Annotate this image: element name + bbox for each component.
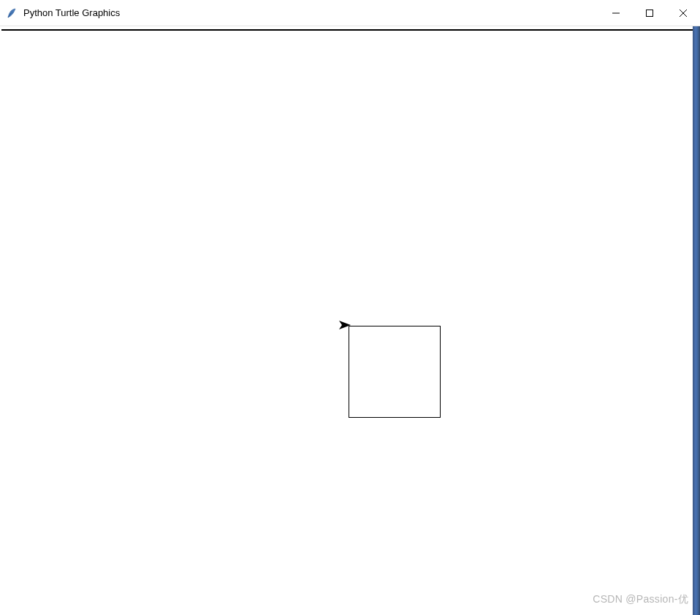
right-edge-decoration [693,26,700,615]
window-controls [599,0,700,26]
svg-rect-1 [647,10,653,17]
minimize-icon [612,9,620,17]
turtle-canvas [0,26,700,615]
turtle-cursor-icon [339,321,352,334]
watermark-text: CSDN @Passion-优 [593,593,688,606]
window-title: Python Turtle Graphics [23,7,120,18]
titlebar[interactable]: Python Turtle Graphics [0,0,700,26]
feather-icon [6,7,18,19]
close-icon [680,9,687,17]
close-button[interactable] [666,0,700,26]
minimize-button[interactable] [599,0,633,26]
drawn-square [349,326,441,418]
application-window: Python Turtle Graphics [0,0,700,615]
maximize-button[interactable] [633,0,666,26]
svg-marker-4 [339,321,351,329]
content-area [0,26,700,615]
maximize-icon [646,9,653,17]
titlebar-left: Python Turtle Graphics [0,7,120,19]
